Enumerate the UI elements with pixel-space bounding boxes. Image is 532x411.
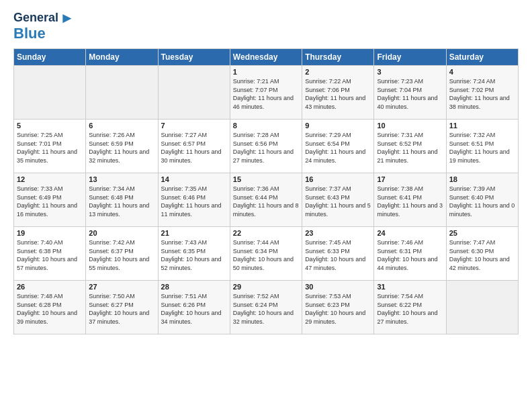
header: General ► Blue [13, 11, 519, 42]
calendar-cell: 1Sunrise: 7:21 AMSunset: 7:07 PMDaylight… [230, 66, 302, 120]
day-number: 10 [377, 122, 443, 130]
day-info: Sunrise: 7:39 AMSunset: 6:40 PMDaylight:… [449, 185, 515, 218]
day-info: Sunrise: 7:32 AMSunset: 6:51 PMDaylight:… [449, 131, 515, 165]
weekday-header-friday: Friday [374, 49, 446, 66]
calendar-week-row: 5Sunrise: 7:25 AMSunset: 7:01 PMDaylight… [14, 120, 519, 173]
calendar-cell: 15Sunrise: 7:36 AMSunset: 6:44 PMDayligh… [230, 173, 302, 227]
calendar-cell [158, 66, 230, 120]
day-number: 26 [17, 283, 83, 291]
calendar-cell: 18Sunrise: 7:39 AMSunset: 6:40 PMDayligh… [446, 173, 518, 227]
calendar-week-row: 26Sunrise: 7:48 AMSunset: 6:28 PMDayligh… [14, 281, 519, 334]
day-number: 29 [233, 283, 299, 291]
day-info: Sunrise: 7:29 AMSunset: 6:54 PMDaylight:… [305, 131, 371, 165]
logo-blue: Blue [13, 26, 46, 42]
day-number: 15 [233, 175, 299, 183]
day-info: Sunrise: 7:50 AMSunset: 6:27 PMDaylight:… [89, 292, 154, 326]
weekday-header-thursday: Thursday [302, 49, 374, 66]
day-number: 1 [233, 68, 299, 76]
day-info: Sunrise: 7:28 AMSunset: 6:56 PMDaylight:… [233, 131, 299, 165]
calendar-cell: 16Sunrise: 7:37 AMSunset: 6:43 PMDayligh… [302, 173, 374, 227]
day-number: 5 [17, 122, 83, 130]
day-info: Sunrise: 7:54 AMSunset: 6:22 PMDaylight:… [377, 292, 443, 326]
day-number: 16 [305, 175, 371, 183]
weekday-header-tuesday: Tuesday [158, 49, 230, 66]
day-info: Sunrise: 7:23 AMSunset: 7:04 PMDaylight:… [377, 77, 443, 111]
day-number: 2 [305, 68, 371, 76]
calendar-cell: 14Sunrise: 7:35 AMSunset: 6:46 PMDayligh… [158, 173, 230, 227]
day-info: Sunrise: 7:27 AMSunset: 6:57 PMDaylight:… [161, 131, 227, 165]
day-info: Sunrise: 7:45 AMSunset: 6:33 PMDaylight:… [305, 238, 371, 272]
calendar-cell: 20Sunrise: 7:42 AMSunset: 6:37 PMDayligh… [86, 227, 158, 281]
day-info: Sunrise: 7:24 AMSunset: 7:02 PMDaylight:… [449, 77, 515, 111]
day-info: Sunrise: 7:52 AMSunset: 6:24 PMDaylight:… [233, 292, 299, 326]
day-number: 24 [377, 229, 443, 237]
day-number: 25 [449, 229, 515, 237]
day-info: Sunrise: 7:35 AMSunset: 6:46 PMDaylight:… [161, 185, 227, 218]
calendar-cell: 4Sunrise: 7:24 AMSunset: 7:02 PMDaylight… [446, 66, 518, 120]
calendar-cell: 2Sunrise: 7:22 AMSunset: 7:06 PMDaylight… [302, 66, 374, 120]
calendar-cell: 29Sunrise: 7:52 AMSunset: 6:24 PMDayligh… [230, 281, 302, 334]
day-info: Sunrise: 7:26 AMSunset: 6:59 PMDaylight:… [89, 131, 154, 165]
calendar-cell: 26Sunrise: 7:48 AMSunset: 6:28 PMDayligh… [14, 281, 86, 334]
day-number: 9 [305, 122, 371, 130]
calendar-cell: 30Sunrise: 7:53 AMSunset: 6:23 PMDayligh… [302, 281, 374, 334]
day-number: 30 [305, 283, 371, 291]
day-info: Sunrise: 7:22 AMSunset: 7:06 PMDaylight:… [305, 77, 371, 111]
day-info: Sunrise: 7:44 AMSunset: 6:34 PMDaylight:… [233, 238, 299, 272]
day-info: Sunrise: 7:51 AMSunset: 6:26 PMDaylight:… [161, 292, 227, 326]
calendar-cell: 7Sunrise: 7:27 AMSunset: 6:57 PMDaylight… [158, 120, 230, 173]
day-number: 13 [89, 175, 154, 183]
logo: General ► Blue [13, 11, 75, 42]
calendar-cell: 8Sunrise: 7:28 AMSunset: 6:56 PMDaylight… [230, 120, 302, 173]
day-number: 20 [89, 229, 154, 237]
calendar-cell: 3Sunrise: 7:23 AMSunset: 7:04 PMDaylight… [374, 66, 446, 120]
weekday-header-monday: Monday [86, 49, 158, 66]
day-info: Sunrise: 7:42 AMSunset: 6:37 PMDaylight:… [89, 238, 154, 272]
day-number: 18 [449, 175, 515, 183]
day-number: 22 [233, 229, 299, 237]
calendar-week-row: 1Sunrise: 7:21 AMSunset: 7:07 PMDaylight… [14, 66, 519, 120]
calendar-cell: 24Sunrise: 7:46 AMSunset: 6:31 PMDayligh… [374, 227, 446, 281]
calendar-cell: 28Sunrise: 7:51 AMSunset: 6:26 PMDayligh… [158, 281, 230, 334]
day-number: 17 [377, 175, 443, 183]
day-number: 11 [449, 122, 515, 130]
calendar-table: SundayMondayTuesdayWednesdayThursdayFrid… [13, 48, 519, 334]
weekday-header-wednesday: Wednesday [230, 49, 302, 66]
day-number: 12 [17, 175, 83, 183]
day-number: 23 [305, 229, 371, 237]
day-number: 8 [233, 122, 299, 130]
day-info: Sunrise: 7:53 AMSunset: 6:23 PMDaylight:… [305, 292, 371, 326]
day-info: Sunrise: 7:47 AMSunset: 6:30 PMDaylight:… [449, 238, 515, 272]
calendar-cell: 21Sunrise: 7:43 AMSunset: 6:35 PMDayligh… [158, 227, 230, 281]
day-info: Sunrise: 7:31 AMSunset: 6:52 PMDaylight:… [377, 131, 443, 165]
logo-arrow-icon: ► [60, 11, 75, 26]
day-info: Sunrise: 7:43 AMSunset: 6:35 PMDaylight:… [161, 238, 227, 272]
calendar-cell: 23Sunrise: 7:45 AMSunset: 6:33 PMDayligh… [302, 227, 374, 281]
day-number: 3 [377, 68, 443, 76]
weekday-header-saturday: Saturday [446, 49, 518, 66]
calendar-cell: 13Sunrise: 7:34 AMSunset: 6:48 PMDayligh… [86, 173, 158, 227]
page-container: General ► Blue SundayMondayTuesdayWednes… [0, 0, 532, 341]
day-info: Sunrise: 7:34 AMSunset: 6:48 PMDaylight:… [89, 185, 154, 218]
weekday-header-sunday: Sunday [14, 49, 86, 66]
calendar-cell: 10Sunrise: 7:31 AMSunset: 6:52 PMDayligh… [374, 120, 446, 173]
day-info: Sunrise: 7:25 AMSunset: 7:01 PMDaylight:… [17, 131, 83, 165]
day-info: Sunrise: 7:36 AMSunset: 6:44 PMDaylight:… [233, 185, 299, 218]
day-info: Sunrise: 7:40 AMSunset: 6:38 PMDaylight:… [17, 238, 83, 272]
calendar-cell [446, 281, 518, 334]
calendar-cell: 31Sunrise: 7:54 AMSunset: 6:22 PMDayligh… [374, 281, 446, 334]
calendar-cell: 11Sunrise: 7:32 AMSunset: 6:51 PMDayligh… [446, 120, 518, 173]
day-number: 6 [89, 122, 154, 130]
calendar-cell: 6Sunrise: 7:26 AMSunset: 6:59 PMDaylight… [86, 120, 158, 173]
logo-general: General [13, 11, 58, 25]
day-info: Sunrise: 7:37 AMSunset: 6:43 PMDaylight:… [305, 185, 371, 218]
calendar-cell [86, 66, 158, 120]
day-info: Sunrise: 7:21 AMSunset: 7:07 PMDaylight:… [233, 77, 299, 111]
calendar-cell: 27Sunrise: 7:50 AMSunset: 6:27 PMDayligh… [86, 281, 158, 334]
day-info: Sunrise: 7:46 AMSunset: 6:31 PMDaylight:… [377, 238, 443, 272]
day-number: 31 [377, 283, 443, 291]
calendar-cell: 22Sunrise: 7:44 AMSunset: 6:34 PMDayligh… [230, 227, 302, 281]
day-info: Sunrise: 7:48 AMSunset: 6:28 PMDaylight:… [17, 292, 83, 326]
weekday-header-row: SundayMondayTuesdayWednesdayThursdayFrid… [14, 49, 519, 66]
calendar-cell: 12Sunrise: 7:33 AMSunset: 6:49 PMDayligh… [14, 173, 86, 227]
